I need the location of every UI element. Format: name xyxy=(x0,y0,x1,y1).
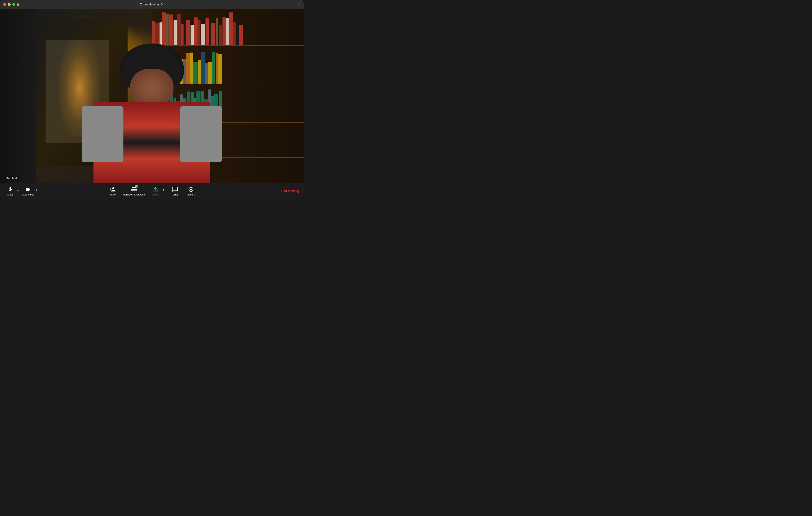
invite-label: Invite xyxy=(110,193,116,196)
mute-label: Mute xyxy=(7,193,13,196)
right-sleeve xyxy=(180,106,222,162)
video-icon xyxy=(25,186,32,192)
book xyxy=(229,12,233,45)
manage-participants-button[interactable]: 1 Manage Participants xyxy=(123,186,145,196)
share-icon xyxy=(152,186,159,192)
book-row-top xyxy=(152,12,303,45)
mute-group: Mute ▲ xyxy=(4,186,20,196)
left-sleeve xyxy=(82,106,123,162)
toolbar-left: Mute ▲ Stop Video ▲ xyxy=(4,186,38,196)
chat-button[interactable]: Chat xyxy=(170,186,181,196)
participants-icon-container: 1 xyxy=(131,185,137,193)
book xyxy=(233,23,236,45)
manage-participants-label: Manage Participants xyxy=(123,193,145,196)
invite-button[interactable]: Invite xyxy=(107,186,118,196)
book xyxy=(209,23,211,45)
book xyxy=(216,18,219,45)
book xyxy=(226,18,229,45)
participant-name: Dan Mall xyxy=(4,176,19,180)
book xyxy=(162,12,166,45)
video-group: Stop Video ▲ xyxy=(22,186,38,196)
book xyxy=(219,25,222,45)
invite-icon xyxy=(109,186,116,192)
book xyxy=(205,18,209,45)
record-icon xyxy=(187,186,195,192)
video-area: Dan Mall xyxy=(0,9,303,183)
book xyxy=(160,23,162,45)
close-button[interactable] xyxy=(3,3,6,6)
share-button[interactable]: Share xyxy=(150,186,161,196)
book xyxy=(194,18,198,45)
stop-video-label: Stop Video xyxy=(22,193,34,196)
book xyxy=(169,14,173,45)
chat-icon xyxy=(172,186,179,192)
title-bar: ℹ 🔒 Zoom Meeting ID: ⤢ xyxy=(0,0,303,9)
stop-video-button[interactable]: Stop Video xyxy=(22,186,34,196)
chat-label: Chat xyxy=(172,193,178,196)
toolbar: Mute ▲ Stop Video ▲ xyxy=(0,183,303,199)
share-chevron[interactable]: ▲ xyxy=(162,187,165,192)
face xyxy=(130,69,174,108)
book xyxy=(174,20,177,45)
person-silhouette xyxy=(68,43,235,183)
book xyxy=(191,25,194,45)
book xyxy=(155,23,159,45)
book xyxy=(152,21,155,45)
mute-icon xyxy=(6,186,14,192)
book xyxy=(211,23,215,45)
record-label: Record xyxy=(187,193,195,196)
info-icon[interactable]: ℹ xyxy=(13,3,14,6)
window-title: Zoom Meeting ID: xyxy=(140,3,163,6)
toolbar-right: End Meeting xyxy=(281,189,299,193)
mute-button[interactable]: Mute xyxy=(4,186,16,196)
lock-icon[interactable]: 🔒 xyxy=(16,3,20,6)
share-label: Share xyxy=(152,193,159,196)
share-group: Share ▲ xyxy=(150,186,165,196)
toolbar-center: Invite 1 Manage Participants xyxy=(107,186,197,196)
book xyxy=(177,14,180,45)
book xyxy=(239,25,243,45)
end-meeting-button[interactable]: End Meeting xyxy=(281,189,299,193)
book xyxy=(198,20,201,45)
left-wall xyxy=(0,9,36,183)
svg-point-1 xyxy=(190,188,192,190)
book xyxy=(181,24,183,45)
book xyxy=(236,24,239,45)
book xyxy=(201,24,205,45)
title-bar-info-icons: ℹ 🔒 xyxy=(13,3,20,6)
participants-badge: 1 xyxy=(135,185,138,188)
book xyxy=(184,12,186,45)
mute-chevron[interactable]: ▲ xyxy=(16,187,20,192)
participants-icon: 1 xyxy=(130,186,138,192)
video-chevron[interactable]: ▲ xyxy=(35,187,38,192)
book xyxy=(166,14,169,45)
book xyxy=(186,20,190,45)
book xyxy=(223,18,226,45)
minimize-button[interactable] xyxy=(8,3,11,6)
record-button[interactable]: Record xyxy=(185,186,197,196)
fullscreen-button[interactable]: ⤢ xyxy=(297,2,300,6)
zoom-window: ℹ 🔒 Zoom Meeting ID: ⤢ xyxy=(0,0,303,199)
